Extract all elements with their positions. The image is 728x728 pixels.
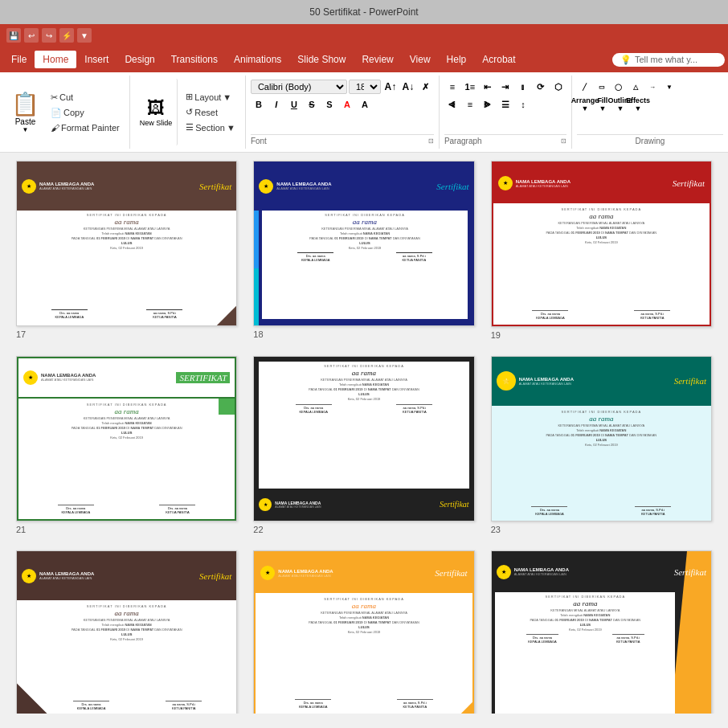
copy-label: Copy <box>63 108 84 117</box>
menu-help[interactable]: Help <box>439 51 475 68</box>
numbering-button[interactable]: 1≡ <box>462 79 478 95</box>
slide-item-27: ★ NAMA LEMBAGA ANDA ALAMAT ATAU KETERANG… <box>491 550 712 714</box>
align-left-button[interactable]: ⫷ <box>444 96 460 112</box>
section-icon: ☰ <box>186 122 194 133</box>
slide-number-21: 21 <box>16 525 26 534</box>
italic-button[interactable]: I <box>268 96 284 112</box>
slide-thumb-27[interactable]: ★ NAMA LEMBAGA ANDA ALAMAT ATAU KETERANG… <box>491 550 712 714</box>
slide-thumb-25[interactable]: ★ NAMA LEMBAGA ANDA ALAMAT ATAU KETERANG… <box>16 550 237 714</box>
column-button[interactable]: ⫾ <box>515 79 531 95</box>
slide-thumb-18[interactable]: ★ NAMA LEMBAGA ANDA ALAMAT ATAU KETERANG… <box>253 161 474 326</box>
paste-dropdown-icon: ▼ <box>22 126 29 133</box>
increase-indent-button[interactable]: ⇥ <box>497 79 513 95</box>
menu-animations[interactable]: Animations <box>226 51 289 68</box>
effects-button[interactable]: Effects ▼ <box>630 96 646 112</box>
section-button[interactable]: ☰ Section ▼ <box>181 121 240 134</box>
menu-acrobat[interactable]: Acrobat <box>474 51 523 68</box>
arrange-button[interactable]: Arrange ▼ <box>577 96 593 112</box>
cut-label: Cut <box>59 92 73 102</box>
slide-thumb-21[interactable]: ★ NAMA LEMBAGA ANDA ALAMAT ATAU KETERANG… <box>16 356 237 521</box>
shape-arrow-button[interactable]: → <box>644 79 661 95</box>
font-name-select[interactable]: Calibri (Body) <box>251 80 347 94</box>
align-center-button[interactable]: ≡ <box>462 96 478 112</box>
bold-button[interactable]: B <box>251 96 267 112</box>
increase-font-button[interactable]: A↑ <box>382 79 399 95</box>
layout-button[interactable]: ⊞ Layout ▼ <box>181 90 240 104</box>
new-slide-button[interactable]: 🖼 New Slide <box>135 79 178 145</box>
paste-label: Paste <box>15 117 36 126</box>
menu-slideshow[interactable]: Slide Show <box>289 51 354 68</box>
menu-insert[interactable]: Insert <box>76 51 117 68</box>
slide-number-19: 19 <box>491 330 501 340</box>
menu-review[interactable]: Review <box>354 51 401 68</box>
shape-rect-button[interactable]: ▭ <box>594 79 610 95</box>
font-group: Calibri (Body) 18 A↑ A↓ ✗ B I U S S A A … <box>246 76 440 149</box>
customize-qa-icon[interactable]: ▼ <box>77 28 92 43</box>
shape-tri-button[interactable]: △ <box>628 79 644 95</box>
layout-dropdown-icon: ▼ <box>223 92 231 102</box>
strikethrough-button[interactable]: S <box>304 96 320 112</box>
reset-button[interactable]: ↺ Reset <box>181 105 240 119</box>
align-right-button[interactable]: ⫸ <box>480 96 496 112</box>
slide-grid: ★ NAMA LEMBAGA ANDA ALAMAT ATAU KETERANG… <box>0 153 728 714</box>
decrease-indent-button[interactable]: ⇤ <box>480 79 496 95</box>
title-bar: 50 Sertifikat - PowerPoint <box>0 0 728 24</box>
slide-item-21: ★ NAMA LEMBAGA ANDA ALAMAT ATAU KETERANG… <box>16 356 237 535</box>
slide-item-23: ⭐ NAMA LEMBAGA ANDA ALAMAT ATAU KETERANG… <box>491 356 712 535</box>
slide-item-19: ★ NAMA LEMBAGA ANDA ALAMAT ATAU KETERANG… <box>491 161 712 340</box>
slide-thumb-23[interactable]: ⭐ NAMA LEMBAGA ANDA ALAMAT ATAU KETERANG… <box>491 356 712 522</box>
clear-format-button[interactable]: ✗ <box>418 79 434 95</box>
text-shadow-button[interactable]: S <box>321 96 337 112</box>
save-icon[interactable]: 💾 <box>6 28 21 43</box>
new-slide-label: New Slide <box>140 119 173 127</box>
reset-label: Reset <box>194 108 218 117</box>
slide-item-25: ★ NAMA LEMBAGA ANDA ALAMAT ATAU KETERANG… <box>16 550 237 714</box>
font-size-select[interactable]: 18 <box>349 80 381 94</box>
shape-line-button[interactable]: ╱ <box>577 79 593 95</box>
slide-thumb-17[interactable]: ★ NAMA LEMBAGA ANDA ALAMAT ATAU KETERANG… <box>16 161 237 326</box>
menu-view[interactable]: View <box>402 51 439 68</box>
drawing-group-label: Drawing <box>636 137 665 145</box>
paste-button[interactable]: 📋 Paste ▼ <box>5 79 46 145</box>
section-dropdown-icon: ▼ <box>227 123 235 133</box>
font-color-button[interactable]: A <box>339 96 355 112</box>
slide-thumb-19[interactable]: ★ NAMA LEMBAGA ANDA ALAMAT ATAU KETERANG… <box>491 161 712 327</box>
slide-item-17: ★ NAMA LEMBAGA ANDA ALAMAT ATAU KETERANG… <box>16 161 237 340</box>
shape-oval-button[interactable]: ◯ <box>611 79 627 95</box>
redo-icon[interactable]: ↪ <box>42 28 56 43</box>
para-expand-icon[interactable]: ⊡ <box>561 137 566 145</box>
cut-button[interactable]: ✂ Cut <box>46 91 125 104</box>
slide-number-18: 18 <box>253 329 263 339</box>
autorun-icon[interactable]: ⚡ <box>59 28 74 43</box>
layout-label: Layout <box>194 92 221 102</box>
paragraph-group: ≡ 1≡ ⇤ ⇥ ⫾ ⟳ ⬡ ⫷ ≡ ⫸ ☰ ↕ Paragraph ⊡ <box>440 76 572 149</box>
tell-me-text: Tell me what y... <box>635 55 697 64</box>
format-painter-button[interactable]: 🖌 Format Painter <box>46 121 125 134</box>
slide-item-22: SERTIFIKAT INI DIBERIKAN KEPADA aa rama … <box>253 356 474 535</box>
drawing-group: ╱ ▭ ◯ △ → ▼ Arrange ▼ Fill ▼ Outline ▼ E… <box>572 76 728 149</box>
line-spacing-button[interactable]: ↕ <box>515 96 531 112</box>
justify-button[interactable]: ☰ <box>497 96 513 112</box>
app-title: 50 Sertifikat - PowerPoint <box>309 6 418 18</box>
tell-me-box[interactable]: 💡 Tell me what y... <box>612 53 725 67</box>
shape-more-button[interactable]: ▼ <box>661 79 677 95</box>
menu-design[interactable]: Design <box>117 51 162 68</box>
convert-smartart-button[interactable]: ⬡ <box>550 79 566 95</box>
slide-thumb-22[interactable]: SERTIFIKAT INI DIBERIKAN KEPADA aa rama … <box>253 356 474 521</box>
slides-group: 🖼 New Slide ⊞ Layout ▼ ↺ Reset ☰ Section… <box>130 76 246 149</box>
menu-home[interactable]: Home <box>35 51 76 68</box>
font-expand-icon[interactable]: ⊡ <box>428 137 434 145</box>
slides-sub-buttons: ⊞ Layout ▼ ↺ Reset ☰ Section ▼ <box>181 79 240 145</box>
menu-file[interactable]: File <box>3 51 35 68</box>
layout-icon: ⊞ <box>186 92 193 102</box>
menu-transitions[interactable]: Transitions <box>163 51 226 68</box>
font-color2-button[interactable]: A <box>357 96 373 112</box>
undo-icon[interactable]: ↩ <box>24 28 39 43</box>
decrease-font-button[interactable]: A↓ <box>400 79 416 95</box>
underline-button[interactable]: U <box>286 96 302 112</box>
slide-number-22: 22 <box>253 525 263 534</box>
text-direction-button[interactable]: ⟳ <box>533 79 549 95</box>
slide-thumb-26[interactable]: ★ NAMA LEMBAGA ANDA ALAMAT ATAU KETERANG… <box>253 550 474 714</box>
copy-button[interactable]: 📄 Copy <box>46 106 125 120</box>
bullets-button[interactable]: ≡ <box>444 79 460 95</box>
